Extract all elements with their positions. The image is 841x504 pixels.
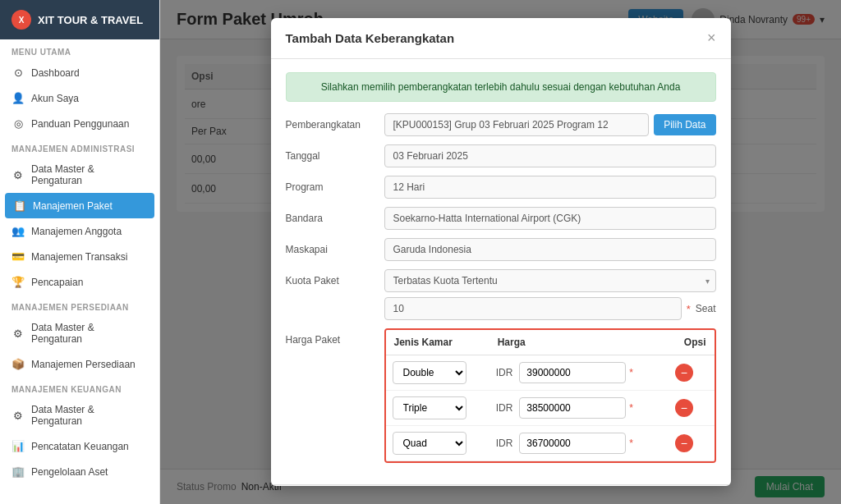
alert-info: Silahkan memilih pemberangkatan terlebih… [286,72,716,102]
sidebar-icon: 💳 [11,250,25,263]
sidebar-item-label: Manajemen Paket [33,200,113,212]
tanggal-input[interactable] [384,144,716,167]
required-star: * [629,438,633,449]
bandara-label: Bandara [286,207,384,224]
bandara-input[interactable] [384,207,716,230]
harga-table-wrap: Jenis Kamar Harga Opsi DoubleTripleQuad [384,328,716,463]
harga-row: DoubleTripleQuad IDR * − [386,355,715,391]
modal-overlay: Tambah Data Keberangkatan × Silahkan mem… [160,0,841,504]
sidebar-item-data-master-persediaan[interactable]: ⚙ Data Master & Pengaturan [0,315,159,351]
required-star: * [629,367,633,378]
sidebar-section-title: MANAJEMEN KEUANGAN [0,377,159,397]
sidebar-item-label: Data Master & Pengaturan [31,163,148,186]
sidebar-item-label: Pencapaian [31,277,83,288]
logo-icon: X [11,10,31,30]
sidebar: X XIT TOUR & TRAVEL MENU UTAMA⊙ Dashboar… [0,0,160,504]
modal-header: Tambah Data Keberangkatan × [271,18,731,59]
harga-input-0[interactable] [519,362,626,383]
jenis-select-2[interactable]: DoubleTripleQuad [393,432,466,455]
kuota-group: Kuota Paket Terbatas Kuota Tertentu Tida… [286,269,716,320]
sidebar-item-pencapaian[interactable]: 🏆 Pencapaian [0,269,159,295]
harga-input-1[interactable] [519,397,626,419]
modal-body: Silahkan memilih pemberangkatan terlebih… [271,59,731,484]
idr-label: IDR [496,367,513,378]
sidebar-icon: ⚙ [11,328,25,340]
sidebar-icon: 🏆 [11,276,25,288]
remove-row-button-2[interactable]: − [675,434,693,452]
sidebar-section-title: MENU UTAMA [0,39,159,60]
col-jenis: Jenis Kamar [386,330,489,355]
idr-label: IDR [496,438,513,449]
pemberangkatan-group: Pemberangkatan Pilih Data [286,113,716,136]
sidebar-icon: 👥 [11,225,25,237]
modal-close-button[interactable]: × [707,30,716,47]
sidebar-icon: 📦 [11,358,25,370]
sidebar-item-label: Data Master & Pengaturan [31,404,148,427]
kuota-select[interactable]: Terbatas Kuota Tertentu Tidak Terbatas [384,269,716,292]
sidebar-item-label: Panduan Penggunaan [31,118,129,130]
idr-label: IDR [496,402,513,414]
sidebar-icon: ◎ [11,117,25,130]
sidebar-item-label: Manajemen Persediaan [31,359,136,370]
seat-label: Seat [696,303,716,314]
sidebar-item-manajemen-paket[interactable]: 📋 Manajemen Paket [5,193,154,218]
modal-title: Tambah Data Keberangkatan [286,31,455,45]
sidebar-item-pencatatan-keuangan[interactable]: 📊 Pencatatan Keuangan [0,433,159,459]
pemberangkatan-label: Pemberangkatan [286,113,384,131]
sidebar-item-label: Manajemen Anggota [31,226,122,237]
sidebar-item-label: Pencatatan Keuangan [31,441,129,452]
remove-row-button-1[interactable]: − [675,399,693,417]
sidebar-item-label: Pengelolaan Aset [31,466,108,478]
harga-row: DoubleTripleQuad IDR * − [386,426,715,461]
pilih-data-button[interactable]: Pilih Data [654,114,715,135]
sidebar-item-label: Data Master & Pengaturan [31,322,148,345]
program-input[interactable] [384,176,716,199]
app-name: XIT TOUR & TRAVEL [38,14,143,26]
col-harga: Harga [489,330,669,355]
sidebar-icon: 🏢 [11,465,25,478]
tanggal-group: Tanggal [286,144,716,167]
sidebar-item-manajemen-transaksi[interactable]: 💳 Manajemen Transaksi [0,244,159,269]
harga-input-2[interactable] [519,433,626,454]
maskapai-input[interactable] [384,238,716,261]
sidebar-item-data-master-keuangan[interactable]: ⚙ Data Master & Pengaturan [0,397,159,433]
app-logo: X XIT TOUR & TRAVEL [0,0,159,39]
sidebar-item-akun-saya[interactable]: 👤 Akun Saya [0,85,159,111]
remove-row-button-0[interactable]: − [675,364,693,382]
sidebar-item-data-master-admin[interactable]: ⚙ Data Master & Pengaturan [0,157,159,193]
required-star: * [629,402,633,414]
sidebar-icon: 📋 [13,199,26,212]
bandara-group: Bandara [286,207,716,230]
sidebar-icon: ⚙ [11,410,25,422]
sidebar-section-title: MANAJEMEN PERSEDIAAN [0,295,159,315]
modal-footer: Tambah Harga Paket Simpan Data Pemberang… [271,484,731,486]
jenis-select-0[interactable]: DoubleTripleQuad [393,361,466,384]
harga-group: Harga Paket Jenis Kamar Harga Opsi [286,328,716,463]
col-opsi: Opsi [669,330,715,355]
harga-label: Harga Paket [286,328,384,346]
sidebar-icon: 📊 [11,440,25,452]
maskapai-label: Maskapai [286,238,384,255]
sidebar-icon: ⚙ [11,169,25,181]
sidebar-icon: ⊙ [11,66,25,79]
harga-row: DoubleTripleQuad IDR * − [386,391,715,426]
pemberangkatan-input-wrap: Pilih Data [384,113,716,136]
pemberangkatan-input[interactable] [384,113,650,136]
sidebar-item-dashboard[interactable]: ⊙ Dashboard [0,60,159,85]
kuota-number-input[interactable] [384,297,682,320]
tanggal-label: Tanggal [286,144,384,162]
sidebar-item-manajemen-persediaan[interactable]: 📦 Manajemen Persediaan [0,351,159,377]
sidebar-item-label: Dashboard [31,67,80,79]
sidebar-item-pengelolaan-aset[interactable]: 🏢 Pengelolaan Aset [0,459,159,484]
sidebar-item-label: Manajemen Transaksi [31,251,127,263]
harga-table: Jenis Kamar Harga Opsi DoubleTripleQuad [386,330,715,461]
jenis-select-1[interactable]: DoubleTripleQuad [393,396,466,419]
sidebar-item-panduan[interactable]: ◎ Panduan Penggunaan [0,111,159,136]
sidebar-section-title: MANAJEMEN ADMINISTRASI [0,136,159,157]
sidebar-item-manajemen-anggota[interactable]: 👥 Manajemen Anggota [0,218,159,244]
sidebar-icon: 👤 [11,92,25,104]
required-star: * [687,303,691,315]
program-group: Program [286,176,716,199]
sidebar-item-label: Akun Saya [31,93,79,104]
maskapai-group: Maskapai [286,238,716,261]
